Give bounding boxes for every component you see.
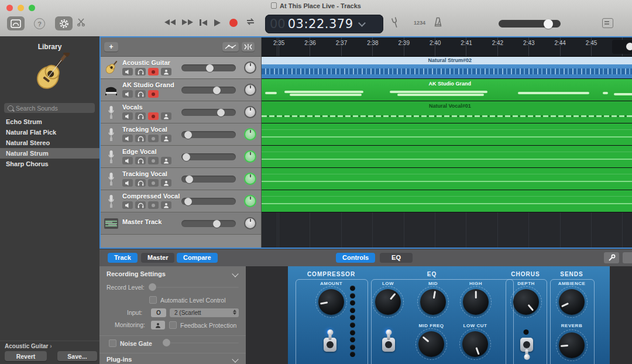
smart-controls-toggle-button[interactable] bbox=[55, 16, 73, 30]
library-item[interactable]: Echo Strum bbox=[0, 116, 99, 127]
pan-knob[interactable] bbox=[244, 217, 256, 229]
input-monitor-button[interactable] bbox=[161, 201, 171, 209]
pan-knob[interactable] bbox=[244, 61, 256, 74]
pan-knob[interactable] bbox=[244, 195, 256, 207]
track-row[interactable]: Tracking Vocal bbox=[101, 123, 261, 146]
pan-knob[interactable] bbox=[244, 173, 256, 185]
low-knob[interactable] bbox=[372, 286, 404, 318]
region-audio-green[interactable] bbox=[262, 168, 632, 190]
volume-slider[interactable] bbox=[181, 176, 236, 183]
volume-thumb[interactable] bbox=[183, 153, 190, 161]
volume-thumb[interactable] bbox=[184, 131, 192, 139]
tab-track[interactable]: Track bbox=[108, 253, 138, 263]
chevron-down-icon[interactable] bbox=[232, 270, 238, 277]
mute-button[interactable] bbox=[122, 112, 133, 120]
record-enable-button[interactable] bbox=[148, 179, 159, 187]
solo-button[interactable] bbox=[135, 90, 146, 98]
eq-switch[interactable] bbox=[382, 338, 395, 352]
pan-knob[interactable] bbox=[244, 84, 256, 96]
display-icon[interactable] bbox=[602, 18, 613, 28]
volume-slider[interactable] bbox=[181, 109, 236, 116]
library-item-selected[interactable]: Natural Strum bbox=[0, 148, 99, 159]
plugin-settings-button[interactable] bbox=[604, 252, 619, 263]
volume-thumb[interactable] bbox=[186, 176, 193, 183]
track-row[interactable]: Tracking Vocal bbox=[101, 168, 261, 190]
input-format-button[interactable]: O bbox=[151, 308, 166, 317]
forward-button[interactable] bbox=[182, 19, 193, 25]
tab-master[interactable]: Master bbox=[141, 253, 174, 263]
mute-button[interactable] bbox=[122, 179, 133, 187]
input-monitor-button[interactable] bbox=[161, 157, 171, 164]
input-select[interactable]: 2 (Scarlett bbox=[170, 308, 239, 317]
volume-slider[interactable] bbox=[181, 131, 236, 138]
library-item[interactable]: Natural Stereo bbox=[0, 138, 99, 148]
region-audio-blue[interactable]: Natural Strum#02 bbox=[262, 57, 632, 79]
reverb-knob[interactable] bbox=[556, 329, 588, 361]
region-audio-green[interactable] bbox=[262, 190, 632, 212]
volume-thumb[interactable] bbox=[217, 109, 225, 116]
record-button[interactable] bbox=[229, 19, 238, 27]
solo-button[interactable] bbox=[135, 201, 146, 209]
tab-eq[interactable]: EQ bbox=[380, 253, 413, 263]
track-row[interactable]: Vocals bbox=[101, 101, 261, 123]
pan-knob[interactable] bbox=[244, 128, 256, 140]
volume-slider[interactable] bbox=[181, 220, 236, 227]
record-enable-button[interactable] bbox=[148, 68, 159, 75]
record-enable-button[interactable] bbox=[148, 90, 159, 98]
metronome-button[interactable] bbox=[434, 17, 442, 29]
lcd-chevron-down-icon[interactable] bbox=[358, 19, 366, 27]
volume-thumb[interactable] bbox=[184, 198, 192, 205]
solo-button[interactable] bbox=[135, 179, 146, 187]
master-volume-slider[interactable] bbox=[499, 20, 561, 28]
zoom-slider[interactable] bbox=[612, 40, 632, 54]
cycle-button[interactable] bbox=[245, 18, 256, 26]
compressor-switch[interactable] bbox=[324, 338, 336, 352]
solo-button[interactable] bbox=[135, 112, 146, 120]
solo-button[interactable] bbox=[135, 157, 146, 164]
tab-controls[interactable]: Controls bbox=[336, 253, 375, 263]
record-enable-button[interactable] bbox=[148, 201, 159, 209]
input-monitor-button[interactable] bbox=[161, 68, 171, 75]
volume-slider[interactable] bbox=[181, 64, 236, 71]
record-enable-button[interactable] bbox=[148, 157, 159, 164]
volume-slider[interactable] bbox=[181, 87, 236, 94]
track-row[interactable]: AK Studio Grand bbox=[101, 79, 261, 101]
pan-knob[interactable] bbox=[244, 106, 256, 118]
volume-slider[interactable] bbox=[181, 153, 236, 160]
ambience-knob[interactable] bbox=[556, 286, 588, 318]
stepper-icon[interactable] bbox=[233, 310, 236, 315]
mute-button[interactable] bbox=[122, 201, 133, 209]
library-toggle-button[interactable] bbox=[7, 16, 25, 30]
record-enable-button[interactable] bbox=[148, 135, 159, 142]
mid-knob[interactable] bbox=[417, 286, 449, 318]
auto-level-checkbox[interactable] bbox=[149, 296, 157, 304]
play-button[interactable] bbox=[214, 19, 221, 26]
record-enable-button[interactable] bbox=[148, 112, 159, 120]
amount-knob[interactable] bbox=[315, 286, 347, 318]
library-item[interactable]: Sharp Chorus bbox=[0, 159, 99, 169]
region-audio-green[interactable]: Natural Vocal#01 bbox=[262, 101, 632, 123]
solo-button[interactable] bbox=[135, 68, 146, 75]
master-track-row[interactable]: Master Track bbox=[101, 212, 261, 235]
track-row[interactable]: Acoustic Guitar bbox=[101, 57, 261, 79]
zoom-slider-knob[interactable] bbox=[626, 43, 632, 50]
volume-slider[interactable] bbox=[181, 198, 236, 205]
quick-help-button[interactable]: ? bbox=[34, 18, 45, 29]
add-track-button[interactable]: + bbox=[104, 42, 118, 51]
lcd-display[interactable]: 00 03:22.379 bbox=[265, 15, 383, 33]
record-level-slider[interactable] bbox=[157, 287, 239, 288]
tuner-button[interactable] bbox=[390, 16, 401, 32]
solo-button[interactable] bbox=[135, 135, 146, 142]
count-in-button[interactable]: 1234 bbox=[414, 20, 425, 26]
track-row[interactable]: Compressed Vocal bbox=[101, 190, 261, 212]
input-monitor-button[interactable] bbox=[161, 179, 171, 187]
go-to-beginning-button[interactable] bbox=[200, 19, 207, 26]
mid-freq-knob[interactable] bbox=[415, 328, 447, 360]
noise-gate-checkbox[interactable] bbox=[109, 339, 116, 347]
input-monitor-button[interactable] bbox=[161, 135, 171, 142]
volume-thumb[interactable] bbox=[213, 220, 221, 228]
master-track-lane[interactable] bbox=[262, 212, 632, 235]
track-row[interactable]: Edge Vocal bbox=[101, 146, 261, 168]
panel-edge-button[interactable] bbox=[623, 252, 632, 263]
region-audio-green[interactable] bbox=[262, 123, 632, 146]
